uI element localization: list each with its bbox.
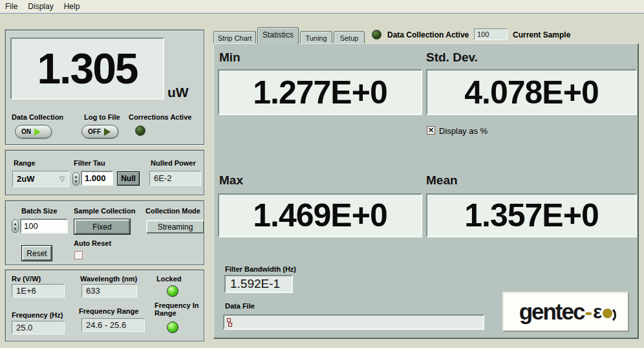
tab-strip-chart-label: Strip Chart	[218, 34, 252, 42]
filter-bandwidth-value: 1.592E-1	[224, 275, 293, 293]
frequency-value: 25.0	[12, 321, 65, 334]
menu-file[interactable]: File	[0, 1, 23, 12]
null-button[interactable]: Null	[117, 171, 140, 186]
max-label: Max	[219, 173, 243, 188]
data-collection-toggle-state: ON	[21, 128, 31, 135]
mean-value: 1.357E+0	[464, 197, 598, 234]
min-value: 1.277E+0	[253, 74, 387, 111]
log-to-file-toggle[interactable]: OFF	[81, 125, 118, 138]
filter-tau-input[interactable]	[81, 171, 113, 186]
stepper-up-icon: ▲	[14, 221, 17, 226]
batch-size-stepper[interactable]: ▲ ▼	[12, 219, 19, 233]
rv-label: Rv (V/W)	[12, 275, 41, 283]
tab-tuning[interactable]: Tuning	[300, 31, 332, 44]
tab-tuning-label: Tuning	[305, 34, 327, 42]
range-panel: Range 2uW ▽ Filter Tau ▲ ▼ Null Nulled P…	[5, 150, 204, 195]
data-collection-toggle[interactable]: ON	[15, 125, 52, 138]
log-to-file-label: Log to File	[84, 113, 120, 121]
batch-size-input[interactable]	[20, 219, 68, 234]
collection-mode-label: Collection Mode	[145, 207, 200, 215]
path-glyph-icon	[227, 318, 233, 327]
tab-strip-chart[interactable]: Strip Chart	[213, 31, 256, 44]
min-label: Min	[219, 50, 241, 65]
max-display: 1.469E+0	[218, 193, 422, 237]
frequency-in-range-label: Frequency In Range	[155, 301, 201, 317]
app-window: File Display Help 1.305 uW Data Collecti…	[0, 0, 644, 348]
std-dev-display: 4.078E+0	[426, 69, 637, 115]
power-readout: 1.305	[10, 38, 164, 100]
locked-led	[167, 285, 178, 297]
rv-value: 1E+6	[12, 284, 65, 298]
display-as-pct-checkbox[interactable]: ✕	[427, 126, 435, 135]
reset-button-label: Reset	[27, 249, 47, 258]
range-dropdown-value: 2uW	[13, 174, 59, 184]
mean-label: Mean	[426, 173, 458, 188]
locked-label: Locked	[156, 275, 182, 283]
corrections-active-led	[135, 125, 145, 136]
menu-bar: File Display Help	[0, 0, 644, 14]
detector-info-panel: Rv (V/W) 1E+6 Wavelength (nm) 633 Locked…	[5, 270, 204, 342]
range-dropdown[interactable]: 2uW ▽	[12, 171, 69, 187]
filter-tau-stepper[interactable]: ▲ ▼	[72, 172, 80, 186]
filter-bandwidth-label: Filter Bandwidth (Hz)	[225, 265, 296, 273]
checkbox-x-icon: ✕	[428, 127, 434, 134]
wavelength-value: 633	[81, 284, 137, 298]
tab-control: Strip Chart Statistics Tuning Setup Data…	[213, 28, 639, 339]
power-display-panel: 1.305 uW Data Collection ON Log to File …	[5, 30, 204, 145]
nulled-power-value: 6E-2	[149, 171, 201, 186]
sample-collection-button[interactable]: Fixed	[74, 219, 130, 234]
sample-collection-label: Sample Collection	[74, 207, 135, 215]
frequency-label: Frequency (Hz)	[12, 311, 63, 319]
gentec-logo-text: gentec	[519, 299, 585, 325]
mean-display: 1.357E+0	[426, 193, 637, 237]
reset-button[interactable]: Reset	[22, 246, 52, 261]
display-as-pct-label: Display as %	[439, 126, 488, 136]
current-sample-label: Current Sample	[513, 30, 570, 39]
chevron-down-icon: ▽	[59, 175, 69, 182]
data-collection-active-led	[372, 30, 381, 39]
min-display: 1.277E+0	[218, 69, 422, 115]
collection-mode-value: Streaming	[158, 223, 193, 232]
gentec-logo-dot-icon	[603, 309, 612, 318]
tab-statistics[interactable]: Statistics	[257, 27, 299, 44]
stepper-down-icon: ▼	[14, 226, 17, 232]
std-dev-value: 4.078E+0	[464, 74, 598, 111]
tab-setup-label: Setup	[340, 34, 359, 42]
auto-reset-checkbox[interactable]	[74, 251, 83, 259]
data-file-label: Data File	[225, 302, 255, 310]
wavelength-label: Wavelength (nm)	[80, 275, 137, 283]
toggle-on-arrow-icon	[34, 128, 41, 136]
corrections-active-label: Corrections Active	[129, 113, 191, 121]
statistics-page: Min 1.277E+0 Std. Dev. 4.078E+0 ✕ Displa…	[213, 43, 639, 339]
batch-size-label: Batch Size	[21, 207, 58, 215]
tab-setup[interactable]: Setup	[334, 31, 365, 44]
data-file-path-field[interactable]	[223, 314, 484, 330]
null-button-label: Null	[121, 174, 136, 183]
stepper-down-icon: ▼	[74, 179, 78, 184]
nulled-power-label: Nulled Power	[151, 159, 196, 167]
toggle-off-arrow-icon	[104, 128, 111, 136]
batch-panel: Batch Size ▲ ▼ Sample Collection Fixed C…	[5, 201, 204, 265]
sample-collection-value: Fixed	[92, 223, 111, 232]
current-sample-value: 100	[474, 28, 508, 40]
frequency-range-value: 24.6 - 25.6	[81, 318, 145, 332]
stepper-up-icon: ▲	[74, 174, 78, 179]
tab-statistics-label: Statistics	[263, 30, 294, 39]
range-label: Range	[14, 159, 36, 167]
menu-help[interactable]: Help	[59, 1, 85, 12]
log-to-file-toggle-state: OFF	[88, 128, 101, 135]
power-value: 1.305	[37, 44, 137, 93]
data-collection-label: Data Collection	[12, 113, 63, 121]
frequency-range-label: Frequency Range	[79, 307, 138, 315]
max-value: 1.469E+0	[253, 197, 387, 234]
auto-reset-label: Auto Reset	[74, 239, 111, 247]
data-collection-active-label: Data Collection Active	[387, 30, 469, 39]
gentec-logo-hyphen: -	[585, 299, 592, 325]
std-dev-label: Std. Dev.	[426, 50, 478, 65]
gentec-logo: gentec - ε	[502, 292, 629, 332]
power-unit: uW	[167, 85, 189, 100]
filter-tau-label: Filter Tau	[74, 159, 105, 167]
collection-mode-button[interactable]: Streaming	[146, 220, 204, 234]
menu-display[interactable]: Display	[23, 1, 58, 12]
frequency-in-range-led	[167, 321, 178, 333]
